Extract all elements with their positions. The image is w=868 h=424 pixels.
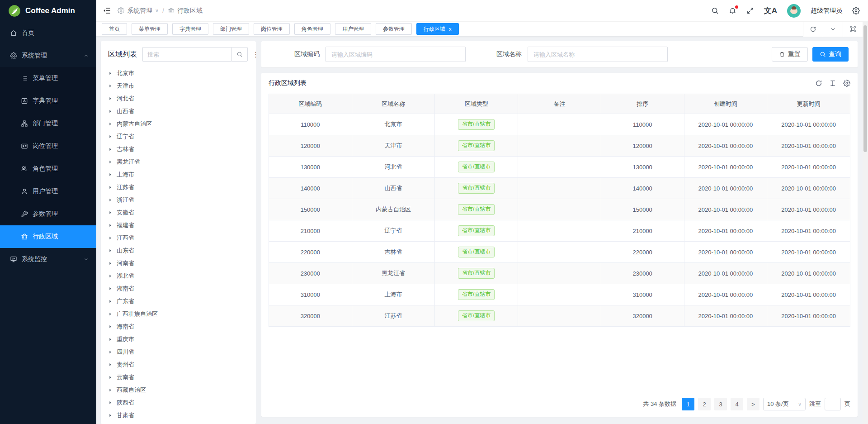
caret-right-icon[interactable]: [108, 299, 113, 304]
tree-item-陕西省[interactable]: 陕西省: [101, 396, 256, 409]
caret-right-icon[interactable]: [108, 210, 113, 215]
caret-right-icon[interactable]: [108, 223, 113, 228]
caret-right-icon[interactable]: [108, 147, 113, 152]
tab-字典管理[interactable]: 字典管理: [172, 23, 208, 35]
sidebar-item-岗位管理[interactable]: 岗位管理: [0, 135, 96, 157]
table-row[interactable]: 210000辽宁省省市/直辖市2100002020-10-01 00:00:00…: [269, 220, 850, 242]
tab-角色管理[interactable]: 角色管理: [294, 23, 330, 35]
tree-item-江西省[interactable]: 江西省: [101, 232, 256, 244]
row-height-icon[interactable]: [829, 80, 836, 87]
caret-right-icon[interactable]: [108, 362, 113, 367]
table-row[interactable]: 130000河北省省市/直辖市1300002020-10-01 00:00:00…: [269, 157, 850, 178]
tree-item-湖北省[interactable]: 湖北省: [101, 270, 256, 282]
close-icon[interactable]: x: [449, 26, 452, 32]
page-button-1[interactable]: 1: [682, 398, 694, 410]
table-row[interactable]: 310000上海市省市/直辖市3100002020-10-01 00:00:00…: [269, 284, 850, 305]
breadcrumb-item-region[interactable]: 行政区域: [168, 7, 203, 15]
fullscreen-icon[interactable]: [746, 7, 754, 14]
table-row[interactable]: 320000江苏省省市/直辖市3200002020-10-01 00:00:00…: [269, 305, 850, 327]
caret-right-icon[interactable]: [108, 109, 113, 114]
caret-right-icon[interactable]: [108, 134, 113, 139]
tree-item-海南省[interactable]: 海南省: [101, 320, 256, 333]
search-icon[interactable]: [711, 7, 719, 14]
table-row[interactable]: 140000山西省省市/直辖市1400002020-10-01 00:00:00…: [269, 178, 850, 199]
tree-item-甘肃省[interactable]: 甘肃省: [101, 409, 256, 422]
table-row[interactable]: 220000吉林省省市/直辖市2200002020-10-01 00:00:00…: [269, 242, 850, 263]
breadcrumb-item-system[interactable]: 系统管理 ∨: [118, 7, 159, 15]
user-name[interactable]: 超级管理员: [811, 7, 842, 15]
tree-item-广东省[interactable]: 广东省: [101, 295, 256, 308]
chevron-down-icon[interactable]: [823, 22, 843, 37]
page-size-select[interactable]: 10 条/页 ∨: [763, 398, 806, 410]
page-button-3[interactable]: 3: [714, 398, 727, 410]
tree-item-浙江省[interactable]: 浙江省: [101, 194, 256, 206]
sidebar-item-角色管理[interactable]: 角色管理: [0, 157, 96, 180]
tree-item-天津市[interactable]: 天津市: [101, 80, 256, 92]
table-row[interactable]: 110000北京市省市/直辖市1100002020-10-01 00:00:00…: [269, 114, 850, 135]
caret-right-icon[interactable]: [108, 400, 113, 405]
tree-item-福建省[interactable]: 福建省: [101, 219, 256, 232]
caret-right-icon[interactable]: [108, 84, 113, 88]
user-avatar[interactable]: [787, 4, 801, 18]
region-code-input[interactable]: [326, 47, 466, 62]
caret-right-icon[interactable]: [108, 172, 113, 177]
refresh-icon[interactable]: [803, 22, 823, 37]
caret-right-icon[interactable]: [108, 236, 113, 240]
caret-right-icon[interactable]: [108, 337, 113, 342]
sidebar-item-参数管理[interactable]: 参数管理: [0, 203, 96, 225]
tree-search-icon[interactable]: [231, 47, 248, 62]
tree-item-辽宁省[interactable]: 辽宁省: [101, 130, 256, 143]
tree-item-山西省[interactable]: 山西省: [101, 105, 256, 118]
tree-item-安徽省[interactable]: 安徽省: [101, 206, 256, 219]
settings-gear-icon[interactable]: [852, 7, 860, 14]
caret-right-icon[interactable]: [108, 413, 113, 418]
sidebar-item-系统管理[interactable]: 系统管理: [0, 44, 96, 67]
sidebar-item-用户管理[interactable]: 用户管理: [0, 180, 96, 203]
tree-item-云南省[interactable]: 云南省: [101, 371, 256, 384]
caret-right-icon[interactable]: [108, 350, 113, 354]
tree-item-四川省[interactable]: 四川省: [101, 346, 256, 358]
tree-item-北京市[interactable]: 北京市: [101, 67, 256, 80]
table-row[interactable]: 230000黑龙江省省市/直辖市2300002020-10-01 00:00:0…: [269, 263, 850, 284]
tab-用户管理[interactable]: 用户管理: [335, 23, 371, 35]
tree-item-广西壮族自治区[interactable]: 广西壮族自治区: [101, 308, 256, 320]
tree-item-江苏省[interactable]: 江苏省: [101, 181, 256, 194]
tree-item-内蒙古自治区[interactable]: 内蒙古自治区: [101, 118, 256, 130]
caret-right-icon[interactable]: [108, 248, 113, 253]
next-page-button[interactable]: >: [747, 398, 760, 410]
tree-item-黑龙江省[interactable]: 黑龙江省: [101, 156, 256, 168]
tree-item-上海市[interactable]: 上海市: [101, 168, 256, 181]
caret-right-icon[interactable]: [108, 324, 113, 329]
tree-item-山东省[interactable]: 山东省: [101, 244, 256, 257]
scrollbar-thumb[interactable]: [863, 25, 867, 152]
caret-right-icon[interactable]: [108, 185, 113, 190]
caret-right-icon[interactable]: [108, 122, 113, 126]
notification-bell-icon[interactable]: [729, 7, 736, 14]
tree-item-西藏自治区[interactable]: 西藏自治区: [101, 384, 256, 396]
sidebar-item-部门管理[interactable]: 部门管理: [0, 112, 96, 135]
tab-部门管理[interactable]: 部门管理: [213, 23, 249, 35]
tree-item-河北省[interactable]: 河北省: [101, 92, 256, 105]
tab-首页[interactable]: 首页: [102, 23, 127, 35]
caret-right-icon[interactable]: [108, 261, 113, 266]
column-settings-gear-icon[interactable]: [843, 80, 850, 87]
sidebar-collapse-icon[interactable]: [103, 6, 111, 15]
tree-search-input[interactable]: [142, 47, 231, 62]
reset-button[interactable]: 重置: [772, 47, 808, 62]
caret-right-icon[interactable]: [108, 96, 113, 101]
caret-right-icon[interactable]: [108, 375, 113, 380]
sidebar-item-字典管理[interactable]: 字典管理: [0, 90, 96, 112]
caret-right-icon[interactable]: [108, 274, 113, 278]
sidebar-item-首页[interactable]: 首页: [0, 22, 96, 44]
tree-item-湖南省[interactable]: 湖南省: [101, 282, 256, 295]
tree-item-贵州省[interactable]: 贵州省: [101, 358, 256, 371]
caret-right-icon[interactable]: [108, 198, 113, 202]
tree-item-青海省[interactable]: 青海省: [101, 422, 256, 424]
page-button-4[interactable]: 4: [731, 398, 743, 410]
sidebar-item-行政区域[interactable]: 行政区域: [0, 225, 96, 248]
caret-right-icon[interactable]: [108, 312, 113, 316]
tab-菜单管理[interactable]: 菜单管理: [132, 23, 168, 35]
more-options-icon[interactable]: ⋮: [252, 50, 256, 59]
tab-参数管理[interactable]: 参数管理: [376, 23, 412, 35]
caret-right-icon[interactable]: [108, 388, 113, 392]
